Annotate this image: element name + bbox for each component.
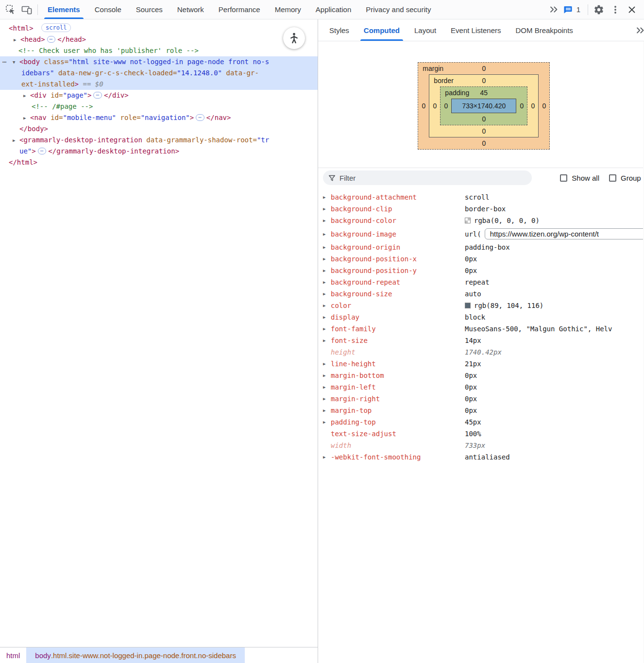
close-icon[interactable] [624,1,640,18]
box-model-padding[interactable]: padding 45 0 733×1740.420 [440,86,527,125]
tree-line[interactable]: idebars" data-new-gr-c-s-check-loaded="1… [0,68,318,79]
property-expand-arrow-icon[interactable]: ▶ [323,291,331,296]
box-model-border[interactable]: border 0 0 padding 45 [429,74,539,137]
expand-inline-dots-icon[interactable]: ⋯ [93,92,102,99]
computed-property-row[interactable]: ▶font-familyMuseoSans-500, "Malgun Gothi… [318,323,644,335]
tab-console[interactable]: Console [87,0,129,19]
computed-property-row[interactable]: ▶background-colorrgba(0, 0, 0, 0) [318,215,644,226]
expand-inline-dots-icon[interactable]: ⋯ [38,148,47,154]
settings-gear-icon[interactable] [591,1,607,18]
tree-line[interactable]: <!-- /#page --> [0,101,318,112]
tree-line[interactable]: </body> [0,123,318,135]
scroll-badge[interactable]: scroll [41,23,71,32]
group-checkbox[interactable] [609,174,616,182]
background-image-url-link[interactable]: https://www.tizen.org/wp-content/t [485,228,644,239]
expand-inline-dots-icon[interactable]: ⋯ [47,36,56,43]
property-expand-arrow-icon[interactable]: ▶ [323,408,331,413]
property-expand-arrow-icon[interactable]: ▶ [323,338,331,343]
box-model-content[interactable]: 733×1740.420 [451,99,516,113]
inspect-element-icon[interactable] [2,1,18,18]
more-sidebar-tabs-chevron-icon[interactable] [630,19,644,41]
tree-line[interactable]: ▶<nav id="mobile-menu" role="navigation"… [0,112,318,123]
computed-property-row[interactable]: ▶background-originpadding-box [318,241,644,253]
computed-property-row[interactable]: ▶margin-bottom0px [318,370,644,381]
tree-line[interactable]: ▶<div id="page">⋯</div> [0,90,318,101]
property-expand-arrow-icon[interactable]: ▶ [323,385,331,390]
filter-input[interactable] [339,174,526,182]
sidebar-tab-layout[interactable]: Layout [407,19,443,41]
sidebar-tab-event-listeners[interactable]: Event Listeners [443,19,508,41]
sidebar-tab-computed[interactable]: Computed [356,19,407,41]
tree-line[interactable]: ▶<grammarly-desktop-integration data-gra… [0,135,318,146]
tab-performance[interactable]: Performance [211,0,268,19]
computed-property-row[interactable]: ▶width733px [318,440,644,451]
expand-arrow-icon[interactable]: ▶ [13,135,15,146]
show-all-checkbox[interactable] [560,174,567,182]
computed-property-row[interactable]: ▶margin-left0px [318,381,644,393]
property-expand-arrow-icon[interactable]: ▶ [323,455,331,459]
property-expand-arrow-icon[interactable]: ▶ [323,280,331,285]
computed-property-row[interactable]: ▶font-size14px [318,335,644,346]
tab-network[interactable]: Network [170,0,211,19]
computed-property-row[interactable]: ▶displayblock [318,311,644,323]
group-toggle[interactable]: Group [609,174,641,182]
computed-property-row[interactable]: ▶background-imageurl(https://www.tizen.o… [318,226,644,241]
property-expand-arrow-icon[interactable]: ▶ [323,396,331,401]
property-expand-arrow-icon[interactable]: ▶ [323,420,331,425]
expand-arrow-icon[interactable]: ▶ [23,90,26,102]
more-panels-chevron-icon[interactable] [545,1,562,18]
property-expand-arrow-icon[interactable]: ▶ [323,315,331,320]
tree-line[interactable]: ext-installed> == $0 [0,79,318,90]
computed-property-row[interactable]: ▶margin-right0px [318,393,644,405]
tree-line[interactable]: </html> [0,157,318,168]
sidebar-tab-styles[interactable]: Styles [322,19,356,41]
node-menu-dots-icon[interactable]: ⋯ [2,56,7,68]
computed-property-row[interactable]: ▶text-size-adjust100% [318,428,644,440]
tab-application[interactable]: Application [308,0,358,19]
accessibility-icon[interactable] [283,27,305,49]
breadcrumb-crumb[interactable]: body.html.site-www.not-logged-in.page-no… [26,647,245,663]
tree-line[interactable]: ue">⋯</grammarly-desktop-integration> [0,146,318,157]
computed-property-row[interactable]: ▶colorrgb(89, 104, 116) [318,300,644,311]
expand-inline-dots-icon[interactable]: ⋯ [196,114,204,121]
property-expand-arrow-icon[interactable]: ▶ [323,303,331,308]
sidebar-tab-dom-breakpoints[interactable]: DOM Breakpoints [508,19,580,41]
collapse-arrow-icon[interactable]: ▼ [13,57,15,68]
computed-property-row[interactable]: ▶background-position-x0px [318,253,644,265]
tree-line[interactable]: ⋯▼<body class="html site-www not-logged-… [0,56,318,68]
show-all-toggle[interactable]: Show all [560,174,599,182]
property-expand-arrow-icon[interactable]: ▶ [323,245,331,250]
breadcrumb-crumb[interactable]: html [0,647,26,663]
tab-memory[interactable]: Memory [268,0,308,19]
property-expand-arrow-icon[interactable]: ▶ [323,326,331,331]
computed-property-row[interactable]: ▶height1740.42px [318,346,644,358]
tab-elements[interactable]: Elements [40,0,87,19]
tree-line[interactable]: <html> scroll [0,23,318,34]
property-expand-arrow-icon[interactable]: ▶ [323,268,331,273]
expand-arrow-icon[interactable]: ▶ [14,34,16,46]
computed-property-row[interactable]: ▶background-clipborder-box [318,203,644,215]
property-expand-arrow-icon[interactable]: ▶ [323,256,331,261]
tree-line[interactable]: ▶<head>⋯</head> [0,34,318,45]
console-messages-icon[interactable] [562,1,575,18]
property-expand-arrow-icon[interactable]: ▶ [323,206,331,211]
tree-line[interactable]: <!-- Check user who has 'publisher' role… [0,45,318,56]
property-expand-arrow-icon[interactable]: ▶ [323,361,331,366]
property-expand-arrow-icon[interactable]: ▶ [323,218,331,223]
tab-privacy-and-security[interactable]: Privacy and security [358,0,438,19]
device-toolbar-icon[interactable] [18,1,35,18]
computed-property-row[interactable]: ▶line-height21px [318,358,644,370]
computed-property-row[interactable]: ▶background-repeatrepeat [318,276,644,288]
computed-property-row[interactable]: ▶margin-top0px [318,405,644,416]
computed-property-row[interactable]: ▶-webkit-font-smoothingantialiased [318,451,644,463]
computed-property-row[interactable]: ▶background-sizeauto [318,288,644,300]
computed-property-row[interactable]: ▶padding-top45px [318,416,644,428]
property-expand-arrow-icon[interactable]: ▶ [323,373,331,378]
property-expand-arrow-icon[interactable]: ▶ [323,195,331,200]
kebab-menu-icon[interactable] [607,1,624,18]
property-expand-arrow-icon[interactable]: ▶ [323,232,331,237]
tab-sources[interactable]: Sources [129,0,170,19]
expand-arrow-icon[interactable]: ▶ [23,113,26,124]
computed-property-row[interactable]: ▶background-attachmentscroll [318,191,644,203]
computed-property-row[interactable]: ▶background-position-y0px [318,265,644,276]
